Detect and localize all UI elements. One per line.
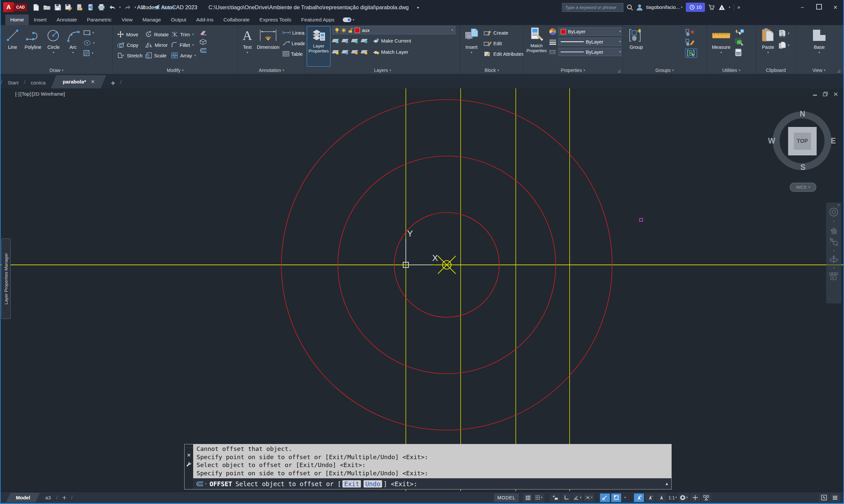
autodesk-logo-icon[interactable] bbox=[718, 4, 725, 10]
viewcube-north[interactable]: N bbox=[800, 109, 805, 119]
text-dropdown-icon[interactable]: ▾ bbox=[247, 51, 248, 54]
layer-select-dropdown[interactable]: aux ▾ bbox=[332, 26, 455, 34]
panel-title-view[interactable]: View▾ bbox=[796, 67, 842, 74]
ortho-mode-toggle[interactable] bbox=[561, 493, 571, 502]
navbar-orbit-dropdown-icon[interactable]: ▾ bbox=[833, 267, 835, 269]
erase-icon[interactable] bbox=[200, 30, 207, 36]
viewport-restore-icon[interactable] bbox=[823, 92, 828, 96]
arc-dropdown-icon[interactable]: ▾ bbox=[72, 51, 74, 54]
quick-calculator-icon[interactable] bbox=[735, 49, 742, 56]
search-input[interactable]: Type a keyword or phrase bbox=[562, 3, 623, 12]
viewport-visual-style-control[interactable]: [2D Wireframe] bbox=[32, 91, 65, 97]
quick-select-icon[interactable] bbox=[735, 29, 744, 36]
viewcube-south[interactable]: S bbox=[800, 163, 805, 172]
arc-button[interactable]: Arc ▾ bbox=[64, 26, 82, 67]
command-customize-wrench-icon[interactable] bbox=[186, 462, 191, 467]
copy-clip-button[interactable]: ▾ bbox=[778, 41, 790, 49]
undo-icon[interactable] bbox=[108, 3, 116, 12]
scale-button[interactable]: Scale bbox=[145, 51, 169, 60]
drawing-canvas[interactable]: YX [-] [Top] [2D Wireframe] N W E S TOP … bbox=[1, 88, 843, 491]
isodraft-toggle[interactable]: ▾ bbox=[584, 493, 594, 502]
viewcube-west[interactable]: W bbox=[768, 137, 775, 145]
tab-output[interactable]: Output bbox=[166, 15, 191, 25]
make-current-button[interactable]: Make Current bbox=[373, 37, 411, 44]
panel-title-utilities[interactable]: Utilities▾ bbox=[707, 67, 756, 74]
command-input-line[interactable]: ▾ OFFSET Select object to offset or [ Ex… bbox=[193, 478, 671, 489]
tab-express-tools[interactable]: Express Tools bbox=[255, 15, 296, 25]
dimension-button[interactable]: Dimension bbox=[255, 26, 281, 67]
panel-title-draw[interactable]: Draw▾ bbox=[1, 67, 112, 74]
annotation-visibility-toggle[interactable] bbox=[634, 493, 644, 502]
explode-icon[interactable] bbox=[200, 39, 206, 45]
layer-turn-on-icon[interactable] bbox=[332, 50, 339, 53]
cart-icon[interactable] bbox=[708, 4, 715, 10]
base-dropdown-icon[interactable]: ▾ bbox=[819, 51, 820, 54]
panel-title-annotation[interactable]: Annotation▾ bbox=[238, 67, 305, 74]
measure-dropdown-icon[interactable]: ▾ bbox=[721, 51, 722, 54]
file-tab-conica[interactable]: conica bbox=[25, 77, 51, 88]
cut-button[interactable]: ▾ bbox=[778, 29, 790, 37]
hatch-button[interactable]: ▾ bbox=[84, 49, 95, 57]
viewcube[interactable]: N W E S TOP bbox=[772, 111, 832, 171]
layer-thaw-icon[interactable] bbox=[351, 50, 358, 53]
tab-collaborate[interactable]: Collaborate bbox=[219, 15, 255, 25]
paste-button[interactable]: Paste ▾ bbox=[759, 26, 777, 67]
panel-title-groups[interactable]: Groups▾ bbox=[622, 67, 707, 74]
edit-block-button[interactable]: Edit bbox=[484, 39, 523, 47]
base-button[interactable]: Base ▾ bbox=[809, 26, 829, 67]
panel-title-layers[interactable]: Layers▾ bbox=[305, 67, 460, 74]
new-layout-button[interactable]: + bbox=[58, 494, 70, 502]
file-tab-close-icon[interactable]: ✕ bbox=[91, 79, 95, 85]
session-timer-badge[interactable]: 10 bbox=[686, 3, 705, 12]
text-button[interactable]: A Text ▾ bbox=[240, 26, 255, 67]
user-avatar-icon[interactable] bbox=[636, 4, 643, 11]
object-snap-tracking-toggle[interactable] bbox=[600, 493, 610, 502]
crosshair-button[interactable] bbox=[690, 493, 700, 502]
isolate-objects-button[interactable] bbox=[701, 493, 711, 502]
select-similar-icon[interactable] bbox=[735, 38, 744, 46]
zoom-extents-icon[interactable] bbox=[829, 237, 838, 246]
command-window[interactable]: ······ ✕ Cannot offset that object. Spec… bbox=[184, 444, 672, 489]
layer-lock-icon[interactable] bbox=[361, 39, 367, 42]
tab-insert[interactable]: Insert bbox=[29, 15, 52, 25]
tab-featured-apps[interactable]: Featured Apps bbox=[296, 15, 340, 25]
file-tab-parabola[interactable]: parabola* ✕ bbox=[51, 75, 106, 88]
ribbon-display-toggle[interactable]: ▾ bbox=[343, 15, 354, 25]
tab-manage[interactable]: Manage bbox=[137, 15, 166, 25]
orbit-icon[interactable] bbox=[829, 255, 838, 264]
create-block-button[interactable]: Create bbox=[484, 29, 523, 37]
line-button[interactable]: Line bbox=[2, 26, 23, 67]
magenta-grip-point[interactable] bbox=[640, 218, 642, 221]
linetype-dropdown[interactable]: ByLayer▾ bbox=[558, 48, 622, 56]
save-as-icon[interactable] bbox=[65, 3, 73, 12]
tab-parametric[interactable]: Parametric bbox=[82, 15, 117, 25]
model-space-badge[interactable]: MODEL bbox=[494, 493, 519, 502]
dynamic-input-toggle[interactable] bbox=[550, 493, 560, 502]
view-dialog-launcher-icon[interactable]: ◿ bbox=[838, 69, 840, 73]
wcs-menu[interactable]: WCS▾ bbox=[790, 183, 816, 192]
viewport-menu-control[interactable]: [-] bbox=[15, 91, 19, 97]
undo-dropdown-icon[interactable]: ▾ bbox=[119, 6, 121, 9]
navbar-wheel-dropdown-icon[interactable]: ▾ bbox=[833, 220, 835, 223]
command-close-icon[interactable]: ✕ bbox=[187, 452, 191, 458]
ucs-x-label[interactable]: X bbox=[432, 253, 438, 263]
viewcube-top-face[interactable]: TOP bbox=[788, 127, 816, 155]
leader-button[interactable]: Leader▾ bbox=[283, 39, 305, 47]
maximize-button[interactable] bbox=[815, 4, 822, 11]
object-color-dropdown[interactable]: ByLayer▾ bbox=[558, 28, 622, 36]
panel-title-properties[interactable]: Properties▾ bbox=[524, 67, 622, 74]
polar-tracking-toggle[interactable]: ▾ bbox=[572, 493, 583, 502]
layer-unlock-all-icon[interactable] bbox=[361, 50, 367, 53]
file-tab-start[interactable]: Start bbox=[2, 77, 24, 88]
mirror-button[interactable]: Mirror bbox=[145, 40, 169, 49]
rotate-button[interactable]: Rotate bbox=[145, 30, 169, 39]
layer-properties-button[interactable]: Layer Properties bbox=[307, 26, 330, 67]
polyline-button[interactable]: Polyline bbox=[23, 26, 43, 67]
tab-annotate[interactable]: Annotate bbox=[52, 15, 82, 25]
stretch-button[interactable]: Stretch bbox=[117, 51, 143, 60]
rectangle-button[interactable]: ▾ bbox=[84, 29, 95, 37]
model-space-drawing[interactable]: YX bbox=[1, 88, 843, 491]
insert-button[interactable]: Insert ▾ bbox=[462, 26, 481, 67]
panel-title-block[interactable]: Block▾ bbox=[460, 67, 523, 74]
search-icon[interactable] bbox=[627, 4, 633, 11]
